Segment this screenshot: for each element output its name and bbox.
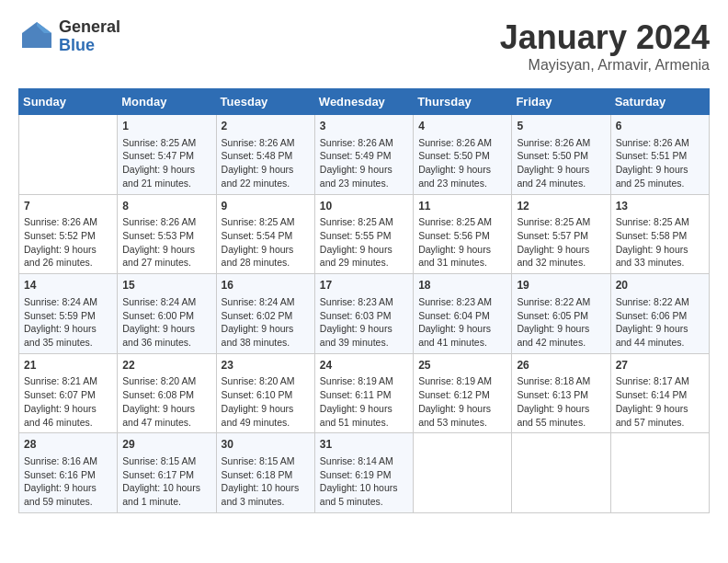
day-number: 25 (418, 358, 506, 373)
day-info: Sunrise: 8:26 AMSunset: 5:50 PMDaylight:… (517, 136, 605, 190)
svg-marker-0 (22, 22, 51, 48)
day-info: Sunrise: 8:25 AMSunset: 5:58 PMDaylight:… (616, 215, 704, 270)
location-title: Mayisyan, Armavir, Armenia (500, 57, 710, 74)
calendar-cell: 3Sunrise: 8:26 AMSunset: 5:49 PMDaylight… (314, 115, 413, 195)
logo: General Blue (18, 18, 120, 55)
calendar-cell: 8Sunrise: 8:26 AMSunset: 5:53 PMDaylight… (118, 194, 216, 274)
day-info: Sunrise: 8:25 AMSunset: 5:57 PMDaylight:… (517, 215, 605, 270)
day-number: 13 (616, 199, 704, 214)
day-number: 27 (616, 358, 704, 373)
calendar-week-row: 7Sunrise: 8:26 AMSunset: 5:52 PMDaylight… (19, 194, 710, 274)
calendar-cell: 7Sunrise: 8:26 AMSunset: 5:52 PMDaylight… (19, 194, 118, 274)
day-number: 17 (320, 278, 408, 293)
day-number: 24 (320, 358, 408, 373)
day-number: 18 (418, 278, 506, 293)
day-of-week-sunday: Sunday (19, 89, 118, 115)
calendar-cell: 30Sunrise: 8:15 AMSunset: 6:18 PMDayligh… (216, 433, 314, 513)
calendar-cell: 17Sunrise: 8:23 AMSunset: 6:03 PMDayligh… (314, 274, 413, 354)
calendar-cell: 10Sunrise: 8:25 AMSunset: 5:55 PMDayligh… (314, 194, 413, 274)
calendar-cell: 19Sunrise: 8:22 AMSunset: 6:05 PMDayligh… (512, 274, 610, 354)
calendar-cell: 29Sunrise: 8:15 AMSunset: 6:17 PMDayligh… (118, 433, 216, 513)
day-number: 1 (122, 119, 210, 134)
day-number: 26 (517, 358, 605, 373)
day-info: Sunrise: 8:22 AMSunset: 6:05 PMDaylight:… (517, 295, 605, 350)
header: General Blue January 2024 Mayisyan, Arma… (18, 18, 710, 74)
day-number: 20 (616, 278, 704, 293)
day-number: 10 (320, 199, 408, 214)
day-number: 29 (122, 437, 210, 453)
calendar-cell (414, 433, 512, 513)
day-info: Sunrise: 8:24 AMSunset: 6:00 PMDaylight:… (122, 295, 210, 350)
day-info: Sunrise: 8:20 AMSunset: 6:10 PMDaylight:… (222, 374, 310, 429)
day-info: Sunrise: 8:26 AMSunset: 5:50 PMDaylight:… (418, 136, 506, 190)
calendar-cell (512, 433, 610, 513)
calendar-cell: 14Sunrise: 8:24 AMSunset: 5:59 PMDayligh… (19, 274, 118, 354)
logo-icon (18, 18, 55, 55)
day-of-week-tuesday: Tuesday (216, 89, 314, 115)
day-number: 22 (122, 358, 210, 373)
day-number: 8 (122, 199, 210, 214)
day-info: Sunrise: 8:23 AMSunset: 6:03 PMDaylight:… (320, 295, 408, 350)
calendar-cell: 18Sunrise: 8:23 AMSunset: 6:04 PMDayligh… (414, 274, 512, 354)
calendar-header: SundayMondayTuesdayWednesdayThursdayFrid… (19, 89, 710, 115)
calendar-cell: 12Sunrise: 8:25 AMSunset: 5:57 PMDayligh… (512, 194, 610, 274)
day-number: 21 (24, 358, 112, 373)
day-info: Sunrise: 8:26 AMSunset: 5:52 PMDaylight:… (24, 215, 112, 270)
day-number: 6 (616, 119, 704, 134)
day-info: Sunrise: 8:24 AMSunset: 6:02 PMDaylight:… (222, 295, 310, 350)
day-number: 30 (222, 437, 310, 453)
calendar-cell: 11Sunrise: 8:25 AMSunset: 5:56 PMDayligh… (414, 194, 512, 274)
calendar-week-row: 21Sunrise: 8:21 AMSunset: 6:07 PMDayligh… (19, 353, 710, 433)
logo-text: General Blue (59, 18, 120, 55)
calendar-week-row: 1Sunrise: 8:25 AMSunset: 5:47 PMDaylight… (19, 115, 710, 195)
calendar-week-row: 28Sunrise: 8:16 AMSunset: 6:16 PMDayligh… (19, 433, 710, 513)
calendar-cell: 4Sunrise: 8:26 AMSunset: 5:50 PMDaylight… (414, 115, 512, 195)
day-number: 3 (320, 119, 408, 134)
day-number: 9 (222, 199, 310, 214)
calendar-cell (610, 433, 709, 513)
calendar-cell: 13Sunrise: 8:25 AMSunset: 5:58 PMDayligh… (610, 194, 709, 274)
days-of-week-row: SundayMondayTuesdayWednesdayThursdayFrid… (19, 89, 710, 115)
calendar-cell: 21Sunrise: 8:21 AMSunset: 6:07 PMDayligh… (19, 353, 118, 433)
day-info: Sunrise: 8:14 AMSunset: 6:19 PMDaylight:… (320, 454, 408, 509)
day-number: 28 (24, 437, 112, 453)
month-title: January 2024 (500, 18, 710, 57)
calendar-cell: 20Sunrise: 8:22 AMSunset: 6:06 PMDayligh… (610, 274, 709, 354)
day-info: Sunrise: 8:23 AMSunset: 6:04 PMDaylight:… (418, 295, 506, 350)
day-number: 7 (24, 199, 112, 214)
day-number: 15 (122, 278, 210, 293)
calendar-cell: 31Sunrise: 8:14 AMSunset: 6:19 PMDayligh… (314, 433, 413, 513)
calendar-cell: 26Sunrise: 8:18 AMSunset: 6:13 PMDayligh… (512, 353, 610, 433)
day-of-week-friday: Friday (512, 89, 610, 115)
calendar-cell: 22Sunrise: 8:20 AMSunset: 6:08 PMDayligh… (118, 353, 216, 433)
calendar-cell (19, 115, 118, 195)
calendar-cell: 5Sunrise: 8:26 AMSunset: 5:50 PMDaylight… (512, 115, 610, 195)
calendar-cell: 2Sunrise: 8:26 AMSunset: 5:48 PMDaylight… (216, 115, 314, 195)
calendar-cell: 28Sunrise: 8:16 AMSunset: 6:16 PMDayligh… (19, 433, 118, 513)
day-number: 23 (222, 358, 310, 373)
day-info: Sunrise: 8:26 AMSunset: 5:51 PMDaylight:… (616, 136, 704, 190)
day-number: 16 (222, 278, 310, 293)
calendar-body: 1Sunrise: 8:25 AMSunset: 5:47 PMDaylight… (19, 115, 710, 513)
day-number: 2 (222, 119, 310, 134)
calendar-cell: 25Sunrise: 8:19 AMSunset: 6:12 PMDayligh… (414, 353, 512, 433)
calendar-week-row: 14Sunrise: 8:24 AMSunset: 5:59 PMDayligh… (19, 274, 710, 354)
day-info: Sunrise: 8:22 AMSunset: 6:06 PMDaylight:… (616, 295, 704, 350)
day-info: Sunrise: 8:16 AMSunset: 6:16 PMDaylight:… (24, 454, 112, 509)
day-info: Sunrise: 8:19 AMSunset: 6:11 PMDaylight:… (320, 374, 408, 429)
day-number: 11 (418, 199, 506, 214)
logo-general-text: General (59, 18, 120, 37)
day-of-week-monday: Monday (118, 89, 216, 115)
day-info: Sunrise: 8:18 AMSunset: 6:13 PMDaylight:… (517, 374, 605, 429)
calendar-cell: 9Sunrise: 8:25 AMSunset: 5:54 PMDaylight… (216, 194, 314, 274)
day-number: 19 (517, 278, 605, 293)
calendar-cell: 23Sunrise: 8:20 AMSunset: 6:10 PMDayligh… (216, 353, 314, 433)
day-info: Sunrise: 8:24 AMSunset: 5:59 PMDaylight:… (24, 295, 112, 350)
day-number: 12 (517, 199, 605, 214)
logo-blue-text: Blue (59, 37, 120, 55)
day-number: 31 (320, 437, 408, 453)
day-info: Sunrise: 8:25 AMSunset: 5:47 PMDaylight:… (122, 136, 210, 190)
day-info: Sunrise: 8:26 AMSunset: 5:53 PMDaylight:… (122, 215, 210, 270)
day-number: 5 (517, 119, 605, 134)
day-info: Sunrise: 8:26 AMSunset: 5:48 PMDaylight:… (222, 136, 310, 190)
